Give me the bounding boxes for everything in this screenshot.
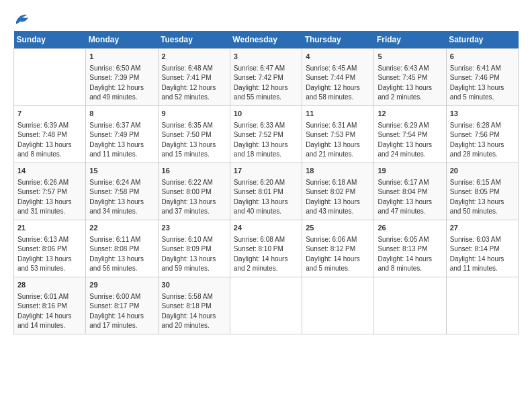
- day-number: 20: [450, 166, 515, 177]
- day-number: 3: [234, 52, 298, 62]
- cell-info: Sunset: 8:17 PM: [89, 302, 154, 312]
- cell-info: and 20 minutes.: [162, 321, 226, 331]
- cell-info: Daylight: 12 hours: [162, 83, 226, 93]
- cell-info: Sunrise: 6:20 AM: [234, 178, 298, 188]
- col-wednesday: Wednesday: [230, 31, 302, 49]
- cell-info: Sunset: 8:10 PM: [234, 244, 298, 255]
- day-number: 25: [306, 223, 370, 234]
- cell-info: Daylight: 13 hours: [306, 140, 370, 150]
- cell-info: Sunset: 7:54 PM: [378, 130, 442, 140]
- cell-info: and 55 minutes.: [234, 93, 298, 103]
- day-number: 2: [162, 52, 226, 62]
- cell-info: Sunrise: 6:24 AM: [89, 178, 154, 188]
- calendar-cell: 1Sunrise: 6:50 AMSunset: 7:39 PMDaylight…: [86, 49, 158, 106]
- cell-info: Sunset: 8:02 PM: [306, 187, 370, 197]
- cell-info: Daylight: 13 hours: [89, 140, 154, 150]
- day-number: 22: [89, 223, 154, 234]
- cell-info: and 50 minutes.: [450, 207, 515, 217]
- cell-info: and 8 minutes.: [378, 264, 442, 274]
- cell-info: and 43 minutes.: [306, 207, 370, 217]
- cell-info: and 17 minutes.: [89, 321, 154, 331]
- calendar-cell: 11Sunrise: 6:31 AMSunset: 7:53 PMDayligh…: [302, 105, 374, 163]
- day-number: 26: [378, 223, 442, 234]
- cell-info: Sunset: 7:41 PM: [162, 73, 226, 83]
- cell-info: Sunrise: 6:41 AM: [450, 64, 515, 74]
- calendar-cell: 24Sunrise: 6:08 AMSunset: 8:10 PMDayligh…: [230, 220, 302, 277]
- logo: [13, 12, 30, 24]
- calendar-cell: 28Sunrise: 6:01 AMSunset: 8:16 PMDayligh…: [14, 277, 86, 334]
- cell-info: Daylight: 14 hours: [89, 312, 154, 322]
- cell-info: Daylight: 14 hours: [234, 255, 298, 265]
- cell-info: Daylight: 13 hours: [234, 140, 298, 150]
- cell-info: and 15 minutes.: [162, 150, 226, 160]
- cell-info: Sunrise: 6:05 AM: [378, 235, 442, 245]
- calendar-cell: 21Sunrise: 6:13 AMSunset: 8:06 PMDayligh…: [14, 220, 86, 277]
- cell-info: Sunset: 7:58 PM: [89, 187, 154, 197]
- cell-info: Daylight: 13 hours: [162, 197, 226, 208]
- cell-info: Sunset: 7:46 PM: [450, 73, 515, 83]
- day-number: 29: [89, 280, 154, 291]
- calendar-cell: 26Sunrise: 6:05 AMSunset: 8:13 PMDayligh…: [374, 220, 446, 277]
- day-number: 6: [450, 52, 515, 62]
- cell-info: Daylight: 13 hours: [306, 197, 370, 208]
- cell-info: Sunrise: 6:28 AM: [450, 121, 515, 131]
- cell-info: Sunset: 7:49 PM: [89, 130, 154, 140]
- cell-info: Sunrise: 6:31 AM: [306, 121, 370, 131]
- calendar-cell: 4Sunrise: 6:45 AMSunset: 7:44 PMDaylight…: [302, 49, 374, 106]
- cell-info: and 49 minutes.: [89, 93, 154, 103]
- day-number: 18: [306, 166, 370, 177]
- col-saturday: Saturday: [446, 31, 518, 49]
- cell-info: Sunrise: 6:01 AM: [17, 292, 82, 302]
- cell-info: Sunrise: 6:10 AM: [162, 235, 226, 245]
- cell-info: Sunrise: 5:58 AM: [162, 292, 226, 302]
- calendar-cell: 3Sunrise: 6:47 AMSunset: 7:42 PMDaylight…: [230, 49, 302, 106]
- calendar-cell: 22Sunrise: 6:11 AMSunset: 8:08 PMDayligh…: [86, 220, 158, 277]
- week-row-4: 21Sunrise: 6:13 AMSunset: 8:06 PMDayligh…: [14, 220, 519, 277]
- cell-info: Sunset: 8:16 PM: [17, 302, 82, 312]
- cell-info: Sunset: 7:53 PM: [306, 130, 370, 140]
- calendar-cell: 18Sunrise: 6:18 AMSunset: 8:02 PMDayligh…: [302, 163, 374, 220]
- cell-info: and 11 minutes.: [89, 150, 154, 160]
- day-number: 19: [378, 166, 442, 177]
- cell-info: and 47 minutes.: [378, 207, 442, 217]
- day-number: 21: [17, 223, 82, 234]
- cell-info: Daylight: 14 hours: [450, 255, 515, 265]
- cell-info: and 58 minutes.: [306, 93, 370, 103]
- cell-info: Daylight: 13 hours: [162, 255, 226, 265]
- day-number: 7: [17, 109, 82, 120]
- week-row-2: 7Sunrise: 6:39 AMSunset: 7:48 PMDaylight…: [14, 105, 519, 163]
- cell-info: Sunrise: 6:37 AM: [89, 121, 154, 131]
- calendar-cell: [446, 277, 518, 334]
- cell-info: and 53 minutes.: [17, 264, 82, 274]
- cell-info: Daylight: 12 hours: [234, 83, 298, 93]
- cell-info: Sunrise: 6:17 AM: [378, 178, 442, 188]
- calendar-cell: 29Sunrise: 6:00 AMSunset: 8:17 PMDayligh…: [86, 277, 158, 334]
- calendar-cell: [302, 277, 374, 334]
- cell-info: Sunrise: 6:08 AM: [234, 235, 298, 245]
- cell-info: Sunset: 8:14 PM: [450, 244, 515, 255]
- cell-info: Daylight: 14 hours: [17, 312, 82, 322]
- day-number: 10: [234, 109, 298, 120]
- cell-info: Sunset: 8:09 PM: [162, 244, 226, 255]
- cell-info: Sunset: 7:48 PM: [17, 130, 82, 140]
- cell-info: Sunrise: 6:22 AM: [162, 178, 226, 188]
- day-number: 13: [450, 109, 515, 120]
- calendar-cell: 25Sunrise: 6:06 AMSunset: 8:12 PMDayligh…: [302, 220, 374, 277]
- col-thursday: Thursday: [302, 31, 374, 49]
- day-number: 4: [306, 52, 370, 62]
- cell-info: Daylight: 13 hours: [234, 197, 298, 208]
- calendar-cell: [374, 277, 446, 334]
- calendar-cell: 10Sunrise: 6:33 AMSunset: 7:52 PMDayligh…: [230, 105, 302, 163]
- calendar-cell: 15Sunrise: 6:24 AMSunset: 7:58 PMDayligh…: [86, 163, 158, 220]
- cell-info: Sunrise: 6:48 AM: [162, 64, 226, 74]
- cell-info: and 59 minutes.: [162, 264, 226, 274]
- calendar-cell: 5Sunrise: 6:43 AMSunset: 7:45 PMDaylight…: [374, 49, 446, 106]
- cell-info: Daylight: 13 hours: [450, 140, 515, 150]
- cell-info: Daylight: 14 hours: [378, 255, 442, 265]
- calendar-cell: 23Sunrise: 6:10 AMSunset: 8:09 PMDayligh…: [158, 220, 230, 277]
- calendar-cell: [230, 277, 302, 334]
- calendar-cell: 8Sunrise: 6:37 AMSunset: 7:49 PMDaylight…: [86, 105, 158, 163]
- day-number: 8: [89, 109, 154, 120]
- cell-info: Sunrise: 6:06 AM: [306, 235, 370, 245]
- cell-info: Sunrise: 6:33 AM: [234, 121, 298, 131]
